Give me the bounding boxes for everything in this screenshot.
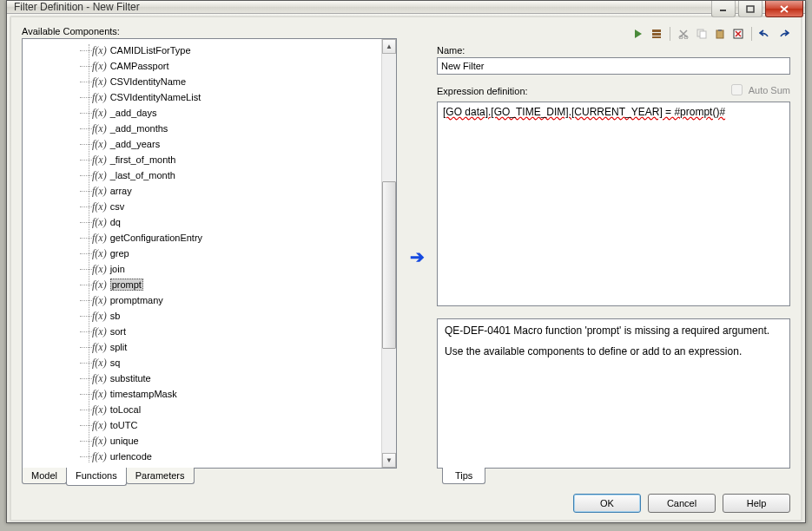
fx-icon: f(x) — [92, 294, 107, 307]
function-label: _last_of_month — [110, 170, 175, 180]
svg-rect-10 — [718, 30, 722, 31]
dialog-buttons: OK Cancel Help — [22, 487, 790, 513]
clear-icon[interactable] — [731, 27, 745, 41]
function-item[interactable]: f(x)timestampMask — [69, 386, 381, 402]
function-item[interactable]: f(x)dq — [69, 214, 381, 230]
function-item[interactable]: f(x)_add_years — [69, 136, 381, 152]
name-input[interactable] — [437, 57, 790, 75]
function-item[interactable]: f(x)substitute — [69, 370, 381, 386]
function-item[interactable]: f(x)unique — [69, 433, 381, 449]
function-item[interactable]: f(x)sort — [69, 324, 381, 339]
titlebar[interactable]: Filter Definition - New Filter — [7, 1, 805, 14]
auto-sum-checkbox[interactable]: Auto Sum — [728, 82, 790, 98]
function-item[interactable]: f(x)_last_of_month — [69, 167, 381, 183]
function-item[interactable]: f(x)split — [69, 339, 381, 355]
redo-icon[interactable] — [776, 27, 790, 41]
function-label: CAMPassport — [110, 61, 169, 71]
function-label: dq — [110, 217, 121, 227]
paste-icon[interactable] — [713, 27, 727, 41]
run-icon[interactable] — [631, 27, 645, 41]
function-item[interactable]: f(x)CSVIdentityName — [69, 74, 381, 89]
fx-icon: f(x) — [92, 216, 107, 229]
function-label: _add_days — [110, 108, 157, 118]
function-item[interactable]: f(x)array — [69, 183, 381, 199]
insert-arrow-icon[interactable]: ➔ — [410, 246, 425, 267]
function-item[interactable]: f(x)getConfigurationEntry — [69, 230, 381, 246]
tab-parameters[interactable]: Parameters — [126, 468, 195, 484]
tab-functions[interactable]: Functions — [66, 468, 127, 486]
function-item[interactable]: f(x)_first_of_month — [69, 152, 381, 167]
scroll-down-button[interactable]: ▼ — [382, 453, 396, 468]
function-label: getConfigurationEntry — [110, 233, 202, 243]
function-label: sort — [110, 326, 126, 337]
function-item[interactable]: f(x)sb — [69, 308, 381, 324]
function-item[interactable]: f(x)promptmany — [69, 292, 381, 308]
expression-label: Expression definition: — [437, 86, 528, 96]
function-label: _first_of_month — [110, 154, 176, 165]
function-label: sq — [110, 357, 121, 368]
function-item[interactable]: f(x)toUTC — [69, 417, 381, 433]
function-item[interactable]: f(x)prompt — [69, 277, 381, 292]
function-item[interactable]: f(x)sq — [69, 355, 381, 370]
name-label: Name: — [437, 45, 790, 56]
tab-tips[interactable]: Tips — [442, 468, 485, 484]
function-item[interactable]: f(x)_add_days — [69, 105, 381, 121]
svg-rect-0 — [720, 10, 726, 11]
scroll-up-button[interactable]: ▲ — [382, 39, 396, 54]
svg-rect-2 — [652, 30, 661, 32]
scroll-thumb[interactable] — [382, 181, 396, 349]
cancel-button[interactable]: Cancel — [648, 494, 716, 513]
tab-model[interactable]: Model — [22, 468, 67, 484]
function-label: urlencode — [110, 451, 152, 462]
svg-rect-3 — [652, 33, 661, 36]
fx-icon: f(x) — [92, 341, 107, 354]
insert-arrow-column: ➔ — [406, 26, 428, 487]
minimize-button[interactable] — [711, 1, 736, 17]
scrollbar-vertical[interactable]: ▲ ▼ — [381, 39, 396, 468]
select-all-icon[interactable] — [650, 27, 663, 41]
function-label: CSVIdentityName — [110, 76, 186, 87]
function-label: substitute — [110, 373, 151, 384]
function-label: array — [110, 186, 132, 196]
function-label: _add_months — [110, 123, 168, 134]
auto-sum-input[interactable] — [731, 84, 743, 95]
cut-icon[interactable] — [677, 27, 690, 41]
function-item[interactable]: f(x)grep — [69, 246, 381, 261]
fx-icon: f(x) — [92, 372, 107, 385]
function-item[interactable]: f(x)urlencode — [69, 449, 381, 464]
copy-icon[interactable] — [695, 27, 709, 41]
client-area: Available Components: f(x)CAMIDListForTy… — [10, 16, 802, 521]
components-list[interactable]: f(x)CAMIDListForTypef(x)CAMPassportf(x)C… — [22, 38, 397, 469]
function-item[interactable]: f(x)toLocal — [69, 402, 381, 417]
function-label: sb — [110, 311, 121, 321]
function-label: prompt — [110, 279, 143, 291]
fx-icon: f(x) — [92, 185, 107, 198]
function-label: toLocal — [110, 404, 141, 415]
tips-box: QE-DEF-0401 Macro function 'prompt' is m… — [437, 318, 790, 469]
function-label: _add_years — [110, 139, 161, 149]
fx-icon: f(x) — [92, 154, 107, 167]
function-label: unique — [110, 436, 139, 446]
function-item[interactable]: f(x)CAMIDListForType — [69, 43, 381, 58]
function-item[interactable]: f(x)CSVIdentityNameList — [69, 89, 381, 105]
fx-icon: f(x) — [92, 200, 107, 213]
expression-textarea[interactable]: [GO data].[GO_TIME_DIM].[CURRENT_YEAR] =… — [437, 102, 790, 306]
dialog-window: Filter Definition - New Filter Available… — [6, 0, 806, 523]
fx-icon: f(x) — [92, 357, 107, 370]
tips-error-text: QE-DEF-0401 Macro function 'prompt' is m… — [445, 324, 782, 337]
scroll-track[interactable] — [382, 54, 396, 453]
close-button[interactable] — [765, 1, 803, 17]
fx-icon: f(x) — [92, 403, 107, 416]
function-label: csv — [110, 201, 125, 212]
svg-rect-9 — [716, 30, 723, 38]
help-button[interactable]: Help — [723, 494, 790, 513]
fx-icon: f(x) — [92, 419, 107, 432]
function-item[interactable]: f(x)CAMPassport — [69, 58, 381, 74]
undo-icon[interactable] — [758, 27, 772, 41]
maximize-button[interactable] — [738, 1, 762, 17]
ok-button[interactable]: OK — [573, 494, 641, 513]
function-item[interactable]: f(x)_add_months — [69, 121, 381, 136]
function-item[interactable]: f(x)csv — [69, 199, 381, 214]
fx-icon: f(x) — [92, 263, 107, 276]
function-item[interactable]: f(x)join — [69, 261, 381, 277]
